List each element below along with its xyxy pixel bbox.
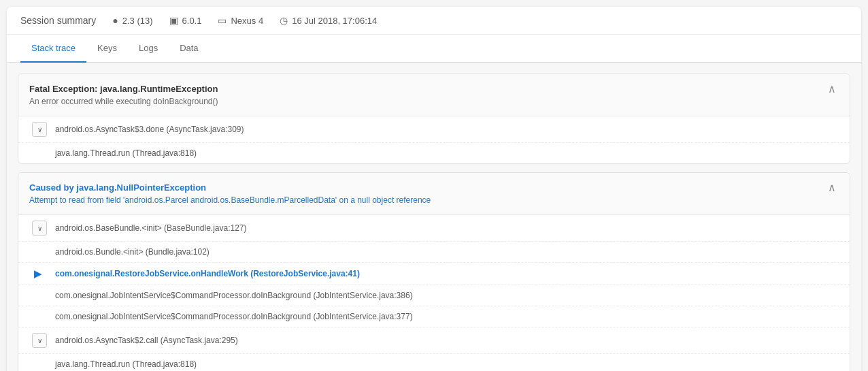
session-title: Session summary (20, 15, 96, 26)
exception-block-2: Caused by java.lang.NullPointerException… (18, 172, 850, 371)
collapse-exception-1-button[interactable]: ∧ (825, 84, 839, 95)
exception-title-2: Caused by java.lang.NullPointerException (29, 182, 431, 193)
frame-row: java.lang.Thread.run (Thread.java:818) (18, 354, 850, 371)
main-content: Fatal Exception: java.lang.RuntimeExcept… (7, 63, 861, 371)
frame-group-toggle-2[interactable]: ∨ (32, 221, 47, 236)
frame-row: java.lang.Thread.run (Thread.java:818) (18, 143, 850, 163)
frame-text: android.os.AsyncTask$2.call (AsyncTask.j… (55, 336, 238, 345)
frame-text: com.onesignal.JobIntentService$CommandPr… (55, 312, 413, 321)
frame-arrow-icon: ▶ (34, 268, 45, 279)
session-timestamp-item: ◷ 16 Jul 2018, 17:06:14 (280, 15, 377, 26)
frames-list-2: ∨ android.os.BaseBundle.<init> (BaseBund… (18, 215, 850, 371)
tabs-bar: Stack trace Keys Logs Data (7, 35, 861, 63)
exception-title-1: Fatal Exception: java.lang.RuntimeExcept… (29, 84, 218, 94)
tab-keys[interactable]: Keys (86, 35, 128, 63)
frame-group-toggle-3[interactable]: ∨ (32, 333, 47, 348)
frame-text: android.os.Bundle.<init> (Bundle.java:10… (55, 247, 210, 257)
exception-header-2: Caused by java.lang.NullPointerException… (18, 173, 850, 215)
session-sdk-item: ▣ 6.0.1 (169, 15, 202, 26)
session-device-item: ▭ Nexus 4 (218, 15, 263, 26)
clock-icon: ◷ (280, 15, 288, 26)
frame-text: android.os.AsyncTask$3.done (AsyncTask.j… (55, 125, 244, 134)
frame-row: ∨ android.os.BaseBundle.<init> (BaseBund… (18, 215, 850, 242)
frame-text: java.lang.Thread.run (Thread.java:818) (55, 359, 197, 369)
android-icon: ● (112, 15, 118, 26)
frame-row: android.os.Bundle.<init> (Bundle.java:10… (18, 242, 850, 263)
exception-block-1: Fatal Exception: java.lang.RuntimeExcept… (18, 74, 850, 164)
session-version: 2.3 (13) (122, 16, 153, 26)
frame-text: android.os.BaseBundle.<init> (BaseBundle… (55, 223, 247, 233)
frame-group-toggle-1[interactable]: ∨ (32, 122, 47, 137)
tab-data[interactable]: Data (169, 35, 209, 63)
frame-text: com.onesignal.JobIntentService$CommandPr… (55, 291, 413, 300)
frame-text: java.lang.Thread.run (Thread.java:818) (55, 148, 197, 158)
tab-stack-trace[interactable]: Stack trace (20, 35, 86, 63)
session-device: Nexus 4 (231, 16, 263, 26)
frame-row: ∨ android.os.AsyncTask$2.call (AsyncTask… (18, 327, 850, 354)
collapse-exception-2-button[interactable]: ∧ (825, 182, 839, 193)
session-version-item: ● 2.3 (13) (112, 15, 152, 26)
frame-row: ∨ android.os.AsyncTask$3.done (AsyncTask… (18, 116, 850, 143)
exception-subtitle-1: An error occurred while executing doInBa… (29, 97, 218, 106)
tab-logs[interactable]: Logs (128, 35, 169, 63)
app-container: Session summary ● 2.3 (13) ▣ 6.0.1 ▭ Nex… (7, 7, 861, 371)
session-header: Session summary ● 2.3 (13) ▣ 6.0.1 ▭ Nex… (7, 7, 861, 35)
sdk-icon: ▣ (169, 15, 178, 26)
frames-list-1: ∨ android.os.AsyncTask$3.done (AsyncTask… (18, 116, 850, 163)
device-icon: ▭ (218, 15, 227, 26)
exception-header-1: Fatal Exception: java.lang.RuntimeExcept… (18, 74, 850, 116)
frame-row: com.onesignal.JobIntentService$CommandPr… (18, 285, 850, 306)
frame-row: com.onesignal.JobIntentService$CommandPr… (18, 306, 850, 327)
session-timestamp: 16 Jul 2018, 17:06:14 (292, 16, 377, 26)
session-sdk: 6.0.1 (182, 16, 202, 26)
frame-row-highlighted: ▶ com.onesignal.RestoreJobService.onHand… (18, 263, 850, 285)
frame-text-highlighted[interactable]: com.onesignal.RestoreJobService.onHandle… (55, 269, 360, 278)
exception-subtitle-2: Attempt to read from field 'android.os.P… (29, 195, 431, 205)
